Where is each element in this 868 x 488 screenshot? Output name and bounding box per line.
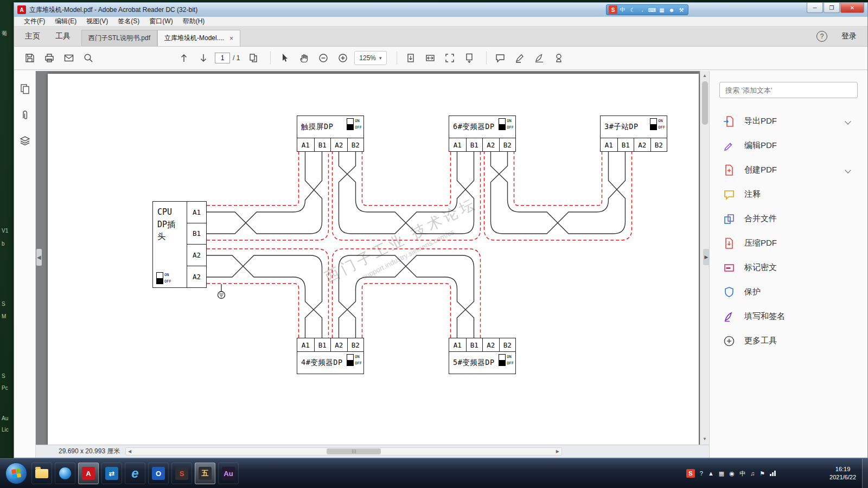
doc-tab-inactive[interactable]: 西门子STL说明书.pdf	[81, 30, 157, 46]
show-desktop-button[interactable]	[862, 459, 868, 488]
tray-help-icon[interactable]: ?	[700, 470, 703, 477]
menu-window[interactable]: 窗口(W)	[145, 16, 177, 27]
tab-tools[interactable]: 工具	[48, 31, 81, 46]
page-number-input[interactable]	[215, 53, 230, 63]
collapse-right-panel-handle[interactable]: ▶	[703, 249, 710, 265]
fit-width-button[interactable]	[422, 50, 438, 66]
tool-protect[interactable]: 保护	[719, 280, 858, 304]
taskbar-icon-ime-app[interactable]: 五	[195, 463, 215, 484]
previous-page-button[interactable]	[176, 50, 192, 66]
tools-search-input[interactable]	[719, 82, 858, 98]
find-button[interactable]	[80, 50, 97, 66]
dp-termination-switch: ONOFF	[156, 272, 171, 284]
maximize-button[interactable]: ❐	[824, 3, 840, 13]
zoom-level-dropdown[interactable]: 125% ▾	[354, 51, 386, 65]
ie-icon: e	[129, 467, 142, 480]
taskbar-icon-internet-explorer[interactable]: e	[125, 463, 145, 484]
tool-edit-pdf[interactable]: 编辑PDF	[719, 133, 858, 158]
taskbar-icon-outlook[interactable]: O	[148, 463, 169, 484]
scroll-left-icon[interactable]: ◀	[126, 449, 133, 454]
next-page-button[interactable]	[195, 50, 212, 66]
tray-flag-icon[interactable]: ⚑	[760, 470, 765, 477]
tool-more-tools[interactable]: 更多工具	[719, 329, 858, 353]
doc-tab-active[interactable]: 立库堆垛机-Model.... ×	[157, 30, 240, 46]
tray-lang-icon[interactable]: 中	[739, 470, 745, 478]
ime-board-icon[interactable]: ▦	[658, 5, 666, 14]
menu-help[interactable]: 帮助(H)	[178, 16, 209, 27]
zoom-out-button[interactable]	[315, 50, 331, 66]
vertical-scrollbar-thumb[interactable]	[702, 81, 708, 125]
stamp-tool-button[interactable]	[551, 50, 567, 66]
page-thumbnails-panel-icon[interactable]	[19, 83, 31, 95]
network-icon[interactable]	[770, 471, 776, 476]
taskbar-icon-audition[interactable]: Au	[218, 463, 239, 484]
tool-fill-sign[interactable]: 填写和签名	[719, 304, 858, 329]
ime-toolbar[interactable]: S 中 ☾ ， ⌨ ▦ ☻ ⚒	[606, 4, 688, 15]
taskbar-icon-explorer[interactable]	[31, 463, 52, 484]
fit-one-page-button[interactable]	[403, 50, 419, 66]
ime-mode-icon[interactable]: ☾	[628, 5, 637, 14]
layers-panel-icon[interactable]	[19, 135, 31, 147]
attachments-panel-icon[interactable]	[19, 109, 31, 121]
taskbar-icon-media-player[interactable]	[55, 463, 75, 484]
scroll-up-icon[interactable]: ▲	[703, 71, 707, 80]
tray-sogou-icon[interactable]: S	[686, 469, 695, 478]
tool-combine-files[interactable]: 合并文件	[719, 207, 858, 231]
scroll-mode-button[interactable]	[461, 50, 477, 66]
terminal-cell: A2	[187, 266, 206, 288]
tray-app-icon[interactable]: ▦	[719, 470, 724, 477]
close-button[interactable]: ✕	[840, 3, 864, 13]
highlighter-tool-button[interactable]	[512, 50, 528, 66]
print-button[interactable]	[41, 50, 58, 66]
tray-show-hidden-icon[interactable]: ▲	[708, 470, 714, 477]
taskbar-icon-acrobat[interactable]: A	[78, 463, 99, 484]
chevron-down-icon[interactable]	[845, 167, 851, 173]
sign-in-button[interactable]: 登录	[841, 31, 857, 41]
menu-file[interactable]: 文件(F)	[20, 16, 49, 27]
sogou-icon[interactable]: S	[609, 5, 617, 14]
help-icon[interactable]: ?	[816, 31, 827, 42]
tab-home[interactable]: 主页	[22, 31, 48, 46]
main-toolbar: / 1 125% ▾	[14, 47, 867, 70]
tool-redact[interactable]: 标记密文	[719, 255, 858, 280]
fullscreen-button[interactable]	[442, 50, 458, 66]
menu-edit[interactable]: 编辑(E)	[50, 16, 81, 27]
ime-punct-icon[interactable]: ，	[638, 5, 647, 14]
tray-volume-icon[interactable]: ♫	[750, 470, 755, 477]
email-button[interactable]	[61, 50, 77, 66]
combine-files-icon	[723, 213, 736, 226]
menu-view[interactable]: 视图(V)	[82, 16, 112, 27]
tray-sync-icon[interactable]: ◉	[729, 470, 735, 477]
tool-export-pdf[interactable]: 导出PDF	[719, 109, 858, 133]
tool-create-pdf[interactable]: 创建PDF	[719, 158, 858, 182]
horizontal-scrollbar[interactable]: ◀ ▶	[125, 447, 562, 455]
taskbar-icon-screenshot-tool[interactable]: S	[171, 463, 192, 484]
title-bar[interactable]: A 立库堆垛机-Model.pdf - Adobe Acrobat Reader…	[14, 3, 867, 17]
save-button[interactable]	[22, 50, 38, 66]
ime-lang-icon[interactable]: 中	[618, 5, 627, 14]
bus-conductors	[207, 151, 626, 338]
minimize-button[interactable]: ─	[807, 3, 823, 13]
ime-keyboard-icon[interactable]: ⌨	[648, 5, 656, 14]
hand-tool-button[interactable]	[296, 50, 312, 66]
start-button[interactable]	[5, 463, 27, 484]
chevron-down-icon[interactable]	[845, 118, 851, 124]
comment-tool-button[interactable]	[492, 50, 508, 66]
tool-comment[interactable]: 注释	[719, 182, 858, 207]
scroll-down-icon[interactable]: ▼	[703, 434, 707, 444]
horizontal-scrollbar-thumb[interactable]	[327, 448, 381, 454]
tab-close-icon[interactable]: ×	[229, 35, 233, 42]
select-tool-button[interactable]	[276, 50, 292, 66]
page-thumbnails-button[interactable]	[245, 50, 261, 66]
scroll-right-icon[interactable]: ▶	[554, 449, 561, 454]
menu-sign[interactable]: 签名(S)	[113, 16, 144, 27]
ime-tools-icon[interactable]: ⚒	[677, 5, 686, 14]
document-viewport[interactable]: 西门子工业 技术论坛 support.industry.siemens.com/…	[36, 71, 709, 458]
zoom-in-button[interactable]	[335, 50, 351, 66]
taskbar-clock[interactable]: 16:19 2021/6/22	[829, 465, 856, 481]
ime-account-icon[interactable]: ☻	[667, 5, 676, 14]
tool-compress-pdf[interactable]: 压缩PDF	[719, 231, 858, 255]
taskbar-icon-remote-app[interactable]: ⇄	[101, 463, 122, 484]
sign-tool-button[interactable]	[531, 50, 547, 66]
collapse-left-panel-handle[interactable]: ◀	[36, 249, 42, 266]
